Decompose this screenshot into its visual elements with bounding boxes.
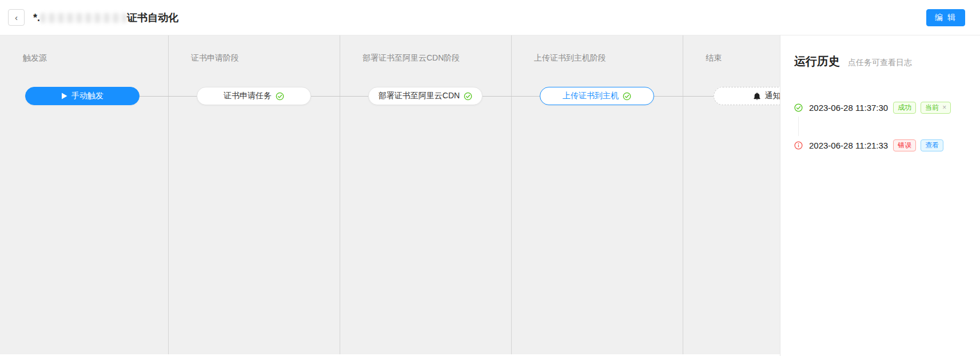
check-circle-icon: [623, 92, 631, 101]
timeline-connector: [798, 117, 799, 136]
status-badge-error: 错误: [893, 139, 916, 151]
history-timestamp: 2023-06-28 11:37:30: [809, 103, 888, 113]
column-divider: [340, 35, 340, 356]
node-deploy-aliyun-cdn[interactable]: 部署证书至阿里云CDN: [368, 87, 483, 105]
column-label-deploy-cdn-stage: 部署证书至阿里云CDN阶段: [362, 53, 460, 63]
column-divider: [511, 35, 512, 356]
node-connector: [140, 96, 197, 97]
node-connector: [311, 96, 368, 97]
panel-title: 运行历史: [794, 54, 840, 69]
node-manual-trigger[interactable]: 手动触发: [25, 87, 140, 105]
page-title-prefix: *.: [33, 12, 40, 24]
node-connector: [483, 96, 540, 97]
check-circle-icon: [464, 92, 472, 101]
history-timestamp: 2023-06-28 11:21:33: [809, 141, 888, 150]
column-label-trigger-source: 触发源: [23, 53, 47, 63]
edit-button[interactable]: 编 辑: [926, 9, 965, 26]
node-label: 证书申请任务: [224, 91, 272, 101]
status-badge-success: 成功: [893, 102, 916, 114]
error-circle-icon: [794, 141, 803, 150]
column-divider: [683, 35, 683, 356]
node-label: 部署证书至阿里云CDN: [379, 91, 460, 101]
back-button[interactable]: ‹: [8, 9, 25, 26]
view-log-button[interactable]: 查看: [921, 139, 943, 151]
column-divider: [168, 35, 169, 356]
page-title-suffix: 证书自动化: [127, 11, 178, 25]
page-header: ‹ *. 证书自动化 编 辑: [0, 0, 980, 35]
node-cert-apply-task[interactable]: 证书申请任务: [197, 87, 311, 105]
current-badge: 当前 ×: [921, 102, 951, 114]
chevron-left-icon: ‹: [15, 13, 18, 22]
node-upload-cert-to-host[interactable]: 上传证书到主机: [540, 87, 654, 105]
node-connector: [654, 96, 714, 97]
column-label-upload-host-stage: 上传证书到主机阶段: [534, 53, 606, 63]
page-title: *. 证书自动化: [33, 0, 178, 35]
close-icon[interactable]: ×: [942, 103, 946, 111]
column-label-end: 结束: [706, 53, 722, 63]
panel-subtitle: 点任务可查看日志: [848, 58, 912, 68]
check-circle-icon: [276, 92, 284, 101]
node-label: 上传证书到主机: [563, 91, 619, 101]
success-circle-icon: [794, 103, 803, 112]
redacted-domain-blur: [41, 13, 126, 23]
column-label-cert-apply-stage: 证书申请阶段: [191, 53, 239, 63]
bell-icon: [753, 92, 761, 101]
history-timeline: 2023-06-28 11:37:30 成功 当前 × 2023-06-28 1…: [794, 101, 969, 151]
run-history-panel: 运行历史 点任务可查看日志 2023-06-28 11:37:30 成功 当前 …: [780, 35, 980, 356]
play-icon: [61, 93, 67, 99]
node-label: 手动触发: [71, 91, 103, 101]
history-entry-success[interactable]: 2023-06-28 11:37:30 成功 当前 ×: [794, 101, 969, 114]
history-entry-error[interactable]: 2023-06-28 11:21:33 错误 查看: [794, 139, 969, 151]
